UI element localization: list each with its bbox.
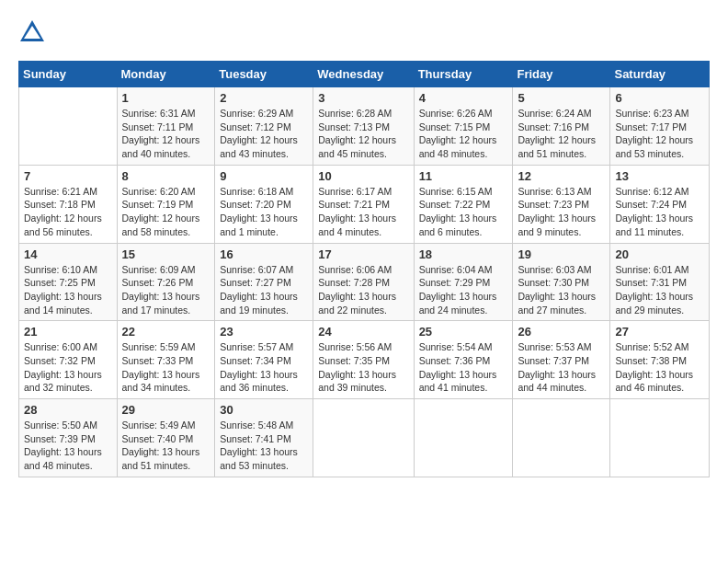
day-info: Sunrise: 6:21 AMSunset: 7:18 PMDaylight:… [24,185,112,239]
day-number: 18 [419,247,508,261]
header-cell-monday: Monday [117,62,215,87]
day-number: 7 [24,169,112,183]
day-info: Sunrise: 6:04 AMSunset: 7:29 PMDaylight:… [419,263,508,317]
day-info: Sunrise: 5:49 AMSunset: 7:40 PMDaylight:… [122,419,210,473]
day-info: Sunrise: 5:57 AMSunset: 7:34 PMDaylight:… [220,340,308,395]
day-info: Sunrise: 6:18 AMSunset: 7:20 PMDaylight:… [220,185,308,239]
day-cell [19,87,118,166]
day-number: 15 [122,247,210,261]
calendar-header-row: SundayMondayTuesdayWednesdayThursdayFrid… [19,62,710,87]
day-cell: 26Sunrise: 5:53 AMSunset: 7:37 PMDayligh… [513,321,610,399]
day-number: 30 [220,403,308,417]
day-number: 21 [24,325,112,339]
day-info: Sunrise: 5:50 AMSunset: 7:39 PMDaylight:… [24,419,112,473]
day-cell [313,399,414,477]
day-cell: 18Sunrise: 6:04 AMSunset: 7:29 PMDayligh… [414,243,513,321]
day-cell: 22Sunrise: 5:59 AMSunset: 7:33 PMDayligh… [117,321,215,399]
day-number: 27 [615,325,704,339]
day-info: Sunrise: 6:26 AMSunset: 7:15 PMDaylight:… [419,107,508,161]
day-cell: 14Sunrise: 6:10 AMSunset: 7:25 PMDayligh… [19,243,118,321]
day-info: Sunrise: 6:09 AMSunset: 7:26 PMDaylight:… [122,263,210,317]
day-cell: 12Sunrise: 6:13 AMSunset: 7:23 PMDayligh… [513,165,610,243]
day-cell: 16Sunrise: 6:07 AMSunset: 7:27 PMDayligh… [215,243,313,321]
logo [18,18,50,46]
day-number: 29 [122,403,210,417]
day-cell: 9Sunrise: 6:18 AMSunset: 7:20 PMDaylight… [215,165,313,243]
day-info: Sunrise: 6:17 AMSunset: 7:21 PMDaylight:… [318,185,408,239]
day-info: Sunrise: 6:29 AMSunset: 7:12 PMDaylight:… [220,107,308,161]
day-number: 23 [220,325,308,339]
day-cell: 2Sunrise: 6:29 AMSunset: 7:12 PMDaylight… [215,87,313,166]
day-number: 10 [318,169,408,183]
day-number: 11 [419,169,508,183]
day-cell: 21Sunrise: 6:00 AMSunset: 7:32 PMDayligh… [19,321,118,399]
day-cell: 13Sunrise: 6:12 AMSunset: 7:24 PMDayligh… [610,165,710,243]
day-info: Sunrise: 6:13 AMSunset: 7:23 PMDaylight:… [518,185,605,239]
day-number: 14 [24,247,112,261]
day-cell: 4Sunrise: 6:26 AMSunset: 7:15 PMDaylight… [414,87,513,166]
day-number: 1 [122,91,210,105]
day-cell: 25Sunrise: 5:54 AMSunset: 7:36 PMDayligh… [414,321,513,399]
day-cell: 1Sunrise: 6:31 AMSunset: 7:11 PMDaylight… [117,87,215,166]
week-row-3: 14Sunrise: 6:10 AMSunset: 7:25 PMDayligh… [19,243,710,321]
day-info: Sunrise: 6:15 AMSunset: 7:22 PMDaylight:… [419,185,508,239]
day-cell [414,399,513,477]
day-cell: 17Sunrise: 6:06 AMSunset: 7:28 PMDayligh… [313,243,414,321]
day-number: 16 [220,247,308,261]
day-cell: 19Sunrise: 6:03 AMSunset: 7:30 PMDayligh… [513,243,610,321]
day-cell: 8Sunrise: 6:20 AMSunset: 7:19 PMDaylight… [117,165,215,243]
day-cell: 30Sunrise: 5:48 AMSunset: 7:41 PMDayligh… [215,399,313,477]
week-row-5: 28Sunrise: 5:50 AMSunset: 7:39 PMDayligh… [19,399,710,477]
day-cell: 28Sunrise: 5:50 AMSunset: 7:39 PMDayligh… [19,399,118,477]
day-info: Sunrise: 6:07 AMSunset: 7:27 PMDaylight:… [220,263,308,317]
day-number: 19 [518,247,605,261]
day-info: Sunrise: 6:24 AMSunset: 7:16 PMDaylight:… [518,107,605,161]
day-cell: 7Sunrise: 6:21 AMSunset: 7:18 PMDaylight… [19,165,118,243]
day-cell: 20Sunrise: 6:01 AMSunset: 7:31 PMDayligh… [610,243,710,321]
day-number: 13 [615,169,704,183]
day-cell [610,399,710,477]
day-cell: 10Sunrise: 6:17 AMSunset: 7:21 PMDayligh… [313,165,414,243]
header-cell-thursday: Thursday [414,62,513,87]
day-cell: 3Sunrise: 6:28 AMSunset: 7:13 PMDaylight… [313,87,414,166]
header-cell-tuesday: Tuesday [215,62,313,87]
day-cell: 27Sunrise: 5:52 AMSunset: 7:38 PMDayligh… [610,321,710,399]
day-info: Sunrise: 6:28 AMSunset: 7:13 PMDaylight:… [318,107,408,161]
header-cell-friday: Friday [513,62,610,87]
day-info: Sunrise: 5:48 AMSunset: 7:41 PMDaylight:… [220,419,308,473]
day-number: 9 [220,169,308,183]
day-info: Sunrise: 5:56 AMSunset: 7:35 PMDaylight:… [318,340,408,395]
day-number: 6 [615,91,704,105]
logo-icon [18,18,46,46]
day-cell: 5Sunrise: 6:24 AMSunset: 7:16 PMDaylight… [513,87,610,166]
day-cell [513,399,610,477]
day-info: Sunrise: 6:23 AMSunset: 7:17 PMDaylight:… [615,107,704,161]
day-number: 3 [318,91,408,105]
day-info: Sunrise: 5:53 AMSunset: 7:37 PMDaylight:… [518,340,605,395]
day-info: Sunrise: 6:01 AMSunset: 7:31 PMDaylight:… [615,263,704,317]
header-cell-sunday: Sunday [19,62,118,87]
day-info: Sunrise: 6:12 AMSunset: 7:24 PMDaylight:… [615,185,704,239]
calendar-table: SundayMondayTuesdayWednesdayThursdayFrid… [18,61,710,477]
day-info: Sunrise: 6:10 AMSunset: 7:25 PMDaylight:… [24,263,112,317]
day-number: 12 [518,169,605,183]
day-number: 25 [419,325,508,339]
day-info: Sunrise: 6:00 AMSunset: 7:32 PMDaylight:… [24,340,112,395]
day-number: 22 [122,325,210,339]
day-cell: 6Sunrise: 6:23 AMSunset: 7:17 PMDaylight… [610,87,710,166]
week-row-1: 1Sunrise: 6:31 AMSunset: 7:11 PMDaylight… [19,87,710,166]
day-info: Sunrise: 6:20 AMSunset: 7:19 PMDaylight:… [122,185,210,239]
day-number: 20 [615,247,704,261]
day-cell: 29Sunrise: 5:49 AMSunset: 7:40 PMDayligh… [117,399,215,477]
day-info: Sunrise: 5:54 AMSunset: 7:36 PMDaylight:… [419,340,508,395]
day-number: 2 [220,91,308,105]
day-cell: 11Sunrise: 6:15 AMSunset: 7:22 PMDayligh… [414,165,513,243]
day-cell: 24Sunrise: 5:56 AMSunset: 7:35 PMDayligh… [313,321,414,399]
day-info: Sunrise: 6:03 AMSunset: 7:30 PMDaylight:… [518,263,605,317]
day-number: 28 [24,403,112,417]
page-header [18,18,710,46]
header-cell-saturday: Saturday [610,62,710,87]
day-number: 5 [518,91,605,105]
day-info: Sunrise: 5:59 AMSunset: 7:33 PMDaylight:… [122,340,210,395]
day-cell: 15Sunrise: 6:09 AMSunset: 7:26 PMDayligh… [117,243,215,321]
